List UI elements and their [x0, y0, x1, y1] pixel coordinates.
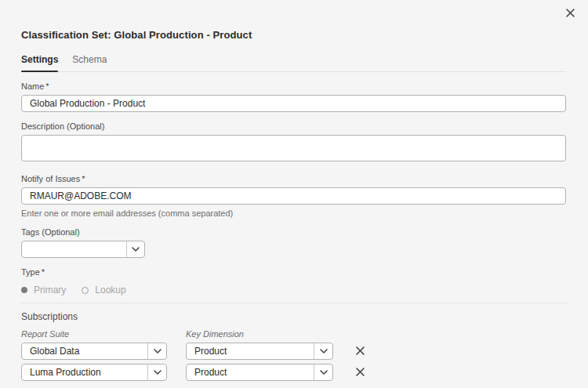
key-dimension-select[interactable]: Product	[186, 364, 333, 381]
tags-value	[22, 241, 126, 257]
close-icon	[566, 8, 575, 20]
name-label: Name*	[21, 82, 566, 91]
page-title: Classification Set: Global Production - …	[21, 0, 566, 41]
radio-primary-label: Primary	[34, 285, 66, 296]
classification-set-dialog: Classification Set: Global Production - …	[0, 0, 588, 388]
tab-settings[interactable]: Settings	[21, 54, 58, 71]
subscription-row: Luma Production Product	[21, 364, 566, 381]
notify-label: Notify of Issues*	[21, 174, 566, 183]
required-asterisk: *	[82, 174, 85, 183]
description-textarea[interactable]	[21, 135, 566, 161]
description-field-group: Description (Optional)	[21, 121, 566, 165]
required-asterisk: *	[42, 267, 45, 277]
radio-unselected-icon	[82, 287, 89, 294]
subscription-row: Global Data Product	[21, 343, 566, 360]
subscriptions-column-headers: Report Suite Key Dimension	[21, 329, 566, 339]
name-input[interactable]	[21, 95, 566, 112]
subscriptions-heading: Subscriptions	[21, 311, 566, 322]
close-icon	[356, 367, 365, 379]
section-divider	[21, 303, 568, 303]
tab-schema[interactable]: Schema	[72, 54, 107, 71]
chevron-down-icon[interactable]	[314, 343, 332, 359]
radio-lookup-label: Lookup	[95, 285, 125, 296]
tags-label: Tags (Optional)	[21, 227, 566, 237]
chevron-down-icon[interactable]	[126, 241, 144, 257]
chevron-down-icon[interactable]	[147, 343, 166, 359]
tags-combobox[interactable]	[21, 241, 145, 258]
key-dimension-select[interactable]: Product	[186, 343, 333, 360]
tab-bar: Settings Schema	[21, 54, 566, 72]
remove-subscription-button[interactable]	[354, 345, 366, 357]
report-suite-select[interactable]: Luma Production	[21, 364, 167, 381]
report-suite-select[interactable]: Global Data	[21, 343, 167, 360]
key-dimension-column-label: Key Dimension	[186, 329, 244, 339]
notify-field-group: Notify of Issues* Enter one or more emai…	[21, 174, 566, 218]
radio-primary[interactable]: Primary	[21, 285, 66, 296]
chevron-down-icon[interactable]	[147, 364, 166, 380]
chevron-down-icon[interactable]	[314, 364, 332, 380]
notify-input[interactable]	[21, 187, 566, 205]
type-radio-group: Primary Lookup	[21, 285, 566, 296]
name-field-group: Name*	[21, 82, 566, 112]
close-icon	[356, 346, 365, 357]
close-button[interactable]	[563, 6, 577, 20]
radio-selected-icon	[21, 287, 27, 293]
tags-field-group: Tags (Optional)	[21, 227, 566, 258]
radio-lookup[interactable]: Lookup	[82, 285, 125, 296]
type-label: Type*	[21, 267, 566, 277]
report-suite-column-label: Report Suite	[21, 329, 186, 339]
type-field-group: Type* Primary Lookup	[21, 267, 566, 296]
description-label: Description (Optional)	[21, 121, 566, 131]
remove-subscription-button[interactable]	[354, 366, 366, 379]
notify-helper-text: Enter one or more email addresses (comma…	[21, 209, 566, 218]
required-asterisk: *	[45, 82, 49, 91]
